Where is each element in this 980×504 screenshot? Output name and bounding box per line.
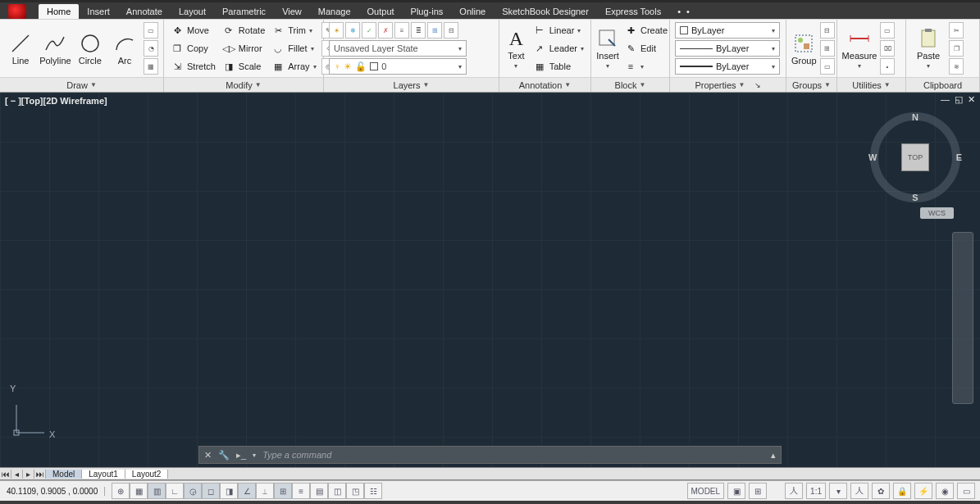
rotate-button[interactable]: ⟳Rotate <box>221 21 267 39</box>
dyn-btn[interactable]: ⊞ <box>274 483 292 499</box>
hatch-dd[interactable]: ▦ <box>144 58 158 75</box>
fillet-button[interactable]: ◡Fillet▾ <box>270 39 317 57</box>
qp-btn[interactable]: ◫ <box>328 483 346 499</box>
lineweight-dd[interactable]: ByLayer▾ <box>675 58 780 75</box>
ellipse-dd[interactable]: ◔ <box>144 40 158 57</box>
tab-expresstools[interactable]: Express Tools <box>597 4 669 19</box>
arc-button[interactable]: Arc <box>109 21 140 75</box>
panel-title-utilities[interactable]: Utilities▼ <box>837 77 905 92</box>
panel-title-clipboard[interactable]: Clipboard <box>906 77 979 92</box>
sc-btn[interactable]: ◳ <box>346 483 364 499</box>
circle-button[interactable]: Circle <box>75 21 106 75</box>
coords-readout[interactable]: 40.1109, 0.9005 , 0.0000 <box>0 487 105 496</box>
cut-btn[interactable]: ✂ <box>949 22 964 39</box>
viewcube[interactable]: TOP N S E W <box>870 112 960 202</box>
clean-screen-icon[interactable]: ▭ <box>957 483 975 499</box>
restore-icon[interactable]: ◱ <box>955 94 963 105</box>
ungroup-btn[interactable]: ⊟ <box>820 22 835 39</box>
edit-attr-button[interactable]: ≡▾ <box>622 57 669 75</box>
3dosnap-btn[interactable]: ◨ <box>220 483 238 499</box>
layout2-tab[interactable]: Layout2 <box>125 470 169 479</box>
panel-title-properties[interactable]: Properties▼↘ <box>670 77 786 92</box>
hardware-accel-icon[interactable]: ⚡ <box>914 483 932 499</box>
viewport-label[interactable]: [ − ][Top][2D Wireframe] <box>5 96 107 106</box>
color-dd[interactable]: ByLayer▾ <box>675 22 780 39</box>
viewcube-w[interactable]: W <box>868 152 877 162</box>
tab-next[interactable]: ▸ <box>23 470 34 479</box>
layer-btn-6[interactable]: ≣ <box>411 22 426 39</box>
tab-online[interactable]: Online <box>451 4 494 19</box>
tab-output[interactable]: Output <box>359 4 403 19</box>
linetype-dd[interactable]: ByLayer▾ <box>675 40 780 57</box>
scale-button[interactable]: ◨Scale <box>221 57 267 75</box>
annolock-icon[interactable]: 人 <box>850 483 868 499</box>
group-button[interactable]: Group <box>791 21 817 75</box>
dialog-launcher-icon[interactable]: ↘ <box>754 81 761 89</box>
ortho-btn[interactable]: ∟ <box>166 483 184 499</box>
mirror-button[interactable]: ◁▷Mirror <box>221 39 267 57</box>
command-line[interactable]: ✕ 🔧 ▸_ ▾ Type a command ▴ <box>198 446 782 464</box>
trim-button[interactable]: ✂Trim▾ <box>270 21 317 39</box>
app-icon[interactable] <box>8 4 26 19</box>
tab-view[interactable]: View <box>274 4 310 19</box>
layer-state-dd[interactable]: Unsaved Layer State▾ <box>329 40 467 57</box>
polar-btn[interactable]: ◶ <box>184 483 202 499</box>
linear-button[interactable]: ⊢Linear▾ <box>531 21 586 39</box>
cmd-expand-icon[interactable]: ▴ <box>771 450 776 461</box>
osnap-btn[interactable]: ◻ <box>202 483 220 499</box>
wcs-badge[interactable]: WCS <box>920 207 954 219</box>
cmd-close-icon[interactable]: ✕ <box>204 450 212 461</box>
groupbbox-btn[interactable]: ▭ <box>820 58 835 75</box>
layer-btn-8[interactable]: ⊟ <box>444 22 458 39</box>
panel-title-annotation[interactable]: Annotation▼ <box>499 77 590 92</box>
isolate-icon[interactable]: ◉ <box>936 483 954 499</box>
annovis-icon[interactable]: ▾ <box>829 483 847 499</box>
snap-btn[interactable]: ▦ <box>130 483 148 499</box>
tpy-btn[interactable]: ▤ <box>310 483 328 499</box>
viewcube-top-face[interactable]: TOP <box>901 143 929 171</box>
tab-first[interactable]: ⏮ <box>0 470 11 479</box>
paste-button[interactable]: Paste ▾ <box>911 21 946 75</box>
tab-extra[interactable]: • • <box>669 4 700 19</box>
tab-home[interactable]: Home <box>39 4 79 19</box>
copy-button[interactable]: ❐Copy <box>169 39 217 57</box>
otrack-btn[interactable]: ∠ <box>238 483 256 499</box>
tab-plugins[interactable]: Plug-ins <box>403 4 452 19</box>
navigation-bar[interactable] <box>952 232 973 404</box>
table-button[interactable]: ▦Table <box>531 57 586 75</box>
tab-sketchbook[interactable]: SketchBook Designer <box>494 4 597 19</box>
tab-last[interactable]: ⏭ <box>34 470 46 479</box>
tab-prev[interactable]: ◂ <box>11 470 23 479</box>
tab-parametric[interactable]: Parametric <box>214 4 274 19</box>
lwt-btn[interactable]: ≡ <box>292 483 310 499</box>
ws-switch-icon[interactable]: ✿ <box>872 483 890 499</box>
calc-btn[interactable]: ⌧ <box>880 40 895 57</box>
create-button[interactable]: ✚Create <box>622 21 669 39</box>
tab-layout[interactable]: Layout <box>171 4 214 19</box>
ducs-btn[interactable]: ⟂ <box>256 483 274 499</box>
rectangle-dd[interactable]: ▭ <box>144 22 158 39</box>
viewcube-n[interactable]: N <box>912 112 918 122</box>
select-btn[interactable]: ▭ <box>880 22 895 39</box>
copy-clip-btn[interactable]: ❐ <box>949 40 964 57</box>
line-button[interactable]: Line <box>5 21 36 75</box>
point-btn[interactable]: • <box>880 58 895 75</box>
close-icon[interactable]: ✕ <box>968 94 975 105</box>
edit-button[interactable]: ✎Edit <box>622 39 669 57</box>
measure-button[interactable]: Measure ▾ <box>842 21 877 75</box>
layer-btn-3[interactable]: ✓ <box>362 22 376 39</box>
model-tab[interactable]: Model <box>46 470 82 479</box>
model-status[interactable]: MODEL <box>687 483 725 499</box>
groupedit-btn[interactable]: ⊞ <box>820 40 835 57</box>
panel-title-draw[interactable]: Draw▼ <box>0 77 163 92</box>
text-button[interactable]: A Text ▾ <box>504 21 528 75</box>
minimize-icon[interactable]: — <box>941 94 950 105</box>
match-btn[interactable]: ≋ <box>949 58 964 75</box>
tab-annotate[interactable]: Annotate <box>118 4 171 19</box>
status-layout-icon[interactable]: ⊞ <box>749 483 767 499</box>
cmd-wrench-icon[interactable]: 🔧 <box>218 450 230 461</box>
tab-manage[interactable]: Manage <box>310 4 359 19</box>
viewcube-e[interactable]: E <box>956 152 962 162</box>
annoscale-icon[interactable]: 人 <box>785 483 803 499</box>
infer-btn[interactable]: ⊕ <box>112 483 130 499</box>
